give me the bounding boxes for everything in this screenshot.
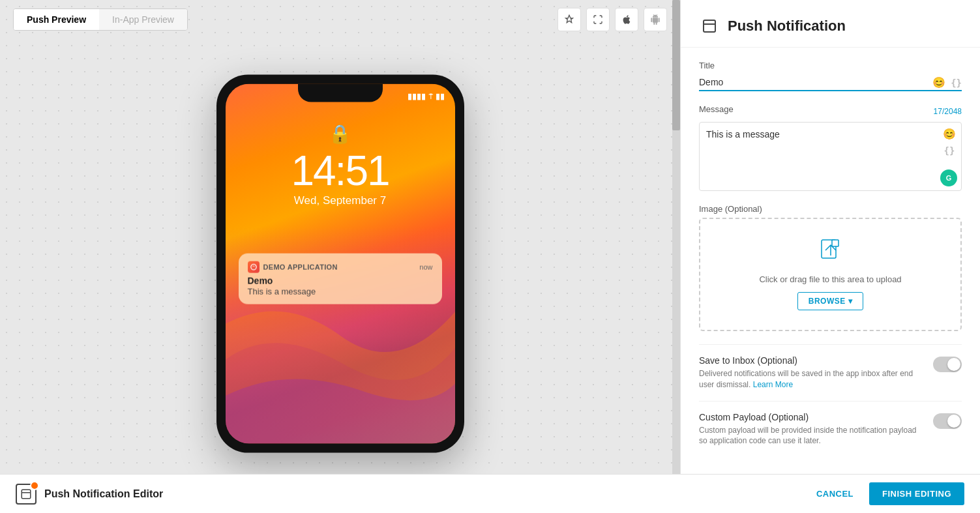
custom-payload-info: Custom Payload (Optional) Custom payload… <box>699 412 925 447</box>
phone-frame: ▮▮▮▮ ⍑ ▮▮ 🔒 14:51 Wed, September 7 <box>216 74 464 452</box>
image-upload-area[interactable]: Click or drag file to this area to uploa… <box>699 218 962 331</box>
custom-payload-desc: Custom payload will be provided inside t… <box>699 425 925 447</box>
svg-rect-4 <box>22 490 31 499</box>
phone-notch <box>298 83 383 102</box>
lock-time: 14:51 <box>226 149 455 191</box>
bell-dot <box>30 481 39 490</box>
title-emoji-button[interactable]: 😊 <box>932 76 945 89</box>
lock-date: Wed, September 7 <box>226 194 455 207</box>
tab-inapp-preview[interactable]: In-App Preview <box>99 9 187 30</box>
notif-title: Demo <box>248 275 433 286</box>
save-inbox-desc: Delivered notifications will be saved in… <box>699 368 925 390</box>
preview-tabs: Push Preview In-App Preview <box>13 8 188 31</box>
custom-payload-toggle[interactable] <box>933 413 962 429</box>
custom-payload-section: Custom Payload (Optional) Custom payload… <box>699 401 962 458</box>
signal-icon: ▮▮▮▮ <box>408 91 426 100</box>
cancel-button[interactable]: CANCEL <box>809 484 861 504</box>
pin-icon-btn[interactable] <box>557 8 581 31</box>
bottom-bar: Push Notification Editor CANCEL FINISH E… <box>0 474 980 513</box>
save-inbox-learn-more[interactable]: Learn More <box>753 380 793 389</box>
title-field-label: Title <box>699 61 962 70</box>
title-curly-button[interactable]: {} <box>951 77 962 87</box>
expand-icon-btn[interactable] <box>586 8 610 31</box>
panel-body: Title 😊 {} Message 17/2048 This is a mes… <box>681 48 980 474</box>
grammarly-icon[interactable]: G <box>940 169 957 186</box>
save-inbox-info: Save to Inbox (Optional) Delivered notif… <box>699 355 925 390</box>
svg-rect-1 <box>704 20 715 32</box>
preview-icon-group <box>557 8 667 31</box>
message-field-section: Message 17/2048 This is a message 😊 {} G <box>699 104 962 191</box>
image-field-section: Image (Optional) Click or drag file to t… <box>699 204 962 331</box>
battery-icon: ▮▮ <box>436 91 445 100</box>
phone-screen: ▮▮▮▮ ⍑ ▮▮ 🔒 14:51 Wed, September 7 <box>226 83 455 443</box>
save-inbox-toggle[interactable] <box>933 357 962 372</box>
browse-label: BROWSE <box>809 297 846 306</box>
editor-icon <box>16 484 37 505</box>
message-textarea[interactable]: This is a message <box>700 123 961 188</box>
svg-rect-3 <box>832 240 839 246</box>
bottom-right: CANCEL FINISH EDITING <box>809 482 964 505</box>
panel-header-icon <box>699 16 720 37</box>
wifi-icon: ⍑ <box>428 91 433 100</box>
notification-header: DEMO APPLICATION now <box>248 261 433 272</box>
right-panel: Push Notification Title 😊 {} Message 17/ <box>680 0 980 474</box>
notification-card: DEMO APPLICATION now Demo This is a mess… <box>239 253 442 304</box>
title-field-section: Title 😊 {} <box>699 61 962 91</box>
android-icon-btn[interactable] <box>644 8 667 31</box>
apple-icon-btn[interactable] <box>615 8 638 31</box>
notif-time: now <box>419 263 432 271</box>
panel-header: Push Notification <box>681 0 980 48</box>
upload-file-icon <box>820 239 841 267</box>
bottom-title: Push Notification Editor <box>44 488 163 500</box>
message-field-label: Message <box>699 104 734 114</box>
notif-app-name: DEMO APPLICATION <box>263 263 338 271</box>
svg-point-0 <box>250 264 256 269</box>
preview-area: Push Preview In-App Preview <box>0 0 680 474</box>
title-input-actions: 😊 {} <box>932 76 962 89</box>
notif-message: This is a message <box>248 286 433 296</box>
save-inbox-row: Save to Inbox (Optional) Delivered notif… <box>699 355 962 390</box>
custom-payload-title: Custom Payload (Optional) <box>699 412 925 422</box>
finish-editing-button[interactable]: FINISH EDITING <box>869 482 964 505</box>
custom-payload-row: Custom Payload (Optional) Custom payload… <box>699 412 962 447</box>
upload-text: Click or drag file to this area to uploa… <box>759 274 901 284</box>
title-input[interactable] <box>699 74 962 90</box>
bottom-left: Push Notification Editor <box>16 484 163 505</box>
phone-mockup: ▮▮▮▮ ⍑ ▮▮ 🔒 14:51 Wed, September 7 <box>216 74 464 452</box>
status-right: ▮▮▮▮ ⍑ ▮▮ <box>408 91 445 100</box>
message-counter: 17/2048 <box>934 107 962 116</box>
message-label-row: Message 17/2048 <box>699 104 962 118</box>
message-textarea-wrapper: This is a message 😊 {} G <box>699 122 962 191</box>
lock-icon: 🔒 <box>226 123 455 144</box>
panel-title: Push Notification <box>728 18 846 35</box>
message-emoji-button[interactable]: 😊 <box>943 128 956 140</box>
notif-app-icon <box>248 261 260 272</box>
message-curly-button[interactable]: {} <box>943 145 956 156</box>
lock-screen-content: 🔒 14:51 Wed, September 7 <box>226 123 455 207</box>
message-textarea-actions: 😊 {} <box>943 128 956 156</box>
title-input-wrapper: 😊 {} <box>699 74 962 91</box>
browse-button[interactable]: BROWSE ▾ <box>797 292 864 310</box>
preview-toolbar: Push Preview In-App Preview <box>0 0 680 39</box>
save-inbox-title: Save to Inbox (Optional) <box>699 355 925 366</box>
browse-chevron-icon: ▾ <box>848 297 853 306</box>
notif-app-info: DEMO APPLICATION <box>248 261 338 272</box>
save-inbox-section: Save to Inbox (Optional) Delivered notif… <box>699 344 962 401</box>
image-field-label: Image (Optional) <box>699 204 962 214</box>
scroll-track[interactable] <box>672 0 680 474</box>
tab-push-preview[interactable]: Push Preview <box>14 9 99 30</box>
